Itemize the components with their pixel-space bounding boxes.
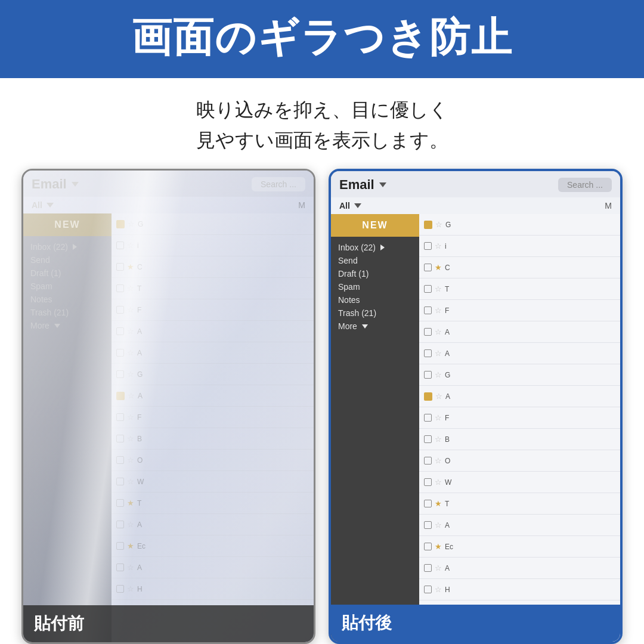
before-sidebar-draft[interactable]: Draft (1) (30, 268, 104, 278)
star-icon: ★ (435, 542, 442, 551)
table-row: ☆F (112, 299, 314, 321)
after-search-box[interactable]: Search ... (558, 178, 612, 192)
after-sidebar-send[interactable]: Send (338, 256, 412, 265)
after-sidebar-inbox[interactable]: Inbox (22) (338, 243, 412, 252)
after-sidebar-trash[interactable]: Trash (21) (338, 308, 412, 318)
after-sidebar-draft[interactable]: Draft (1) (338, 269, 412, 278)
after-sidebar: NEW Inbox (22) Send Draft (1) Spam Notes (331, 214, 419, 642)
after-new-btn[interactable]: NEW (331, 214, 419, 237)
after-dropdown-arrow (379, 182, 386, 187)
after-email-title: Email (339, 177, 386, 193)
subtitle-text: 映り込みを抑え、目に優しく 見やすい画面を表示します。 (196, 95, 448, 156)
star-icon: ☆ (127, 584, 134, 593)
checkbox (424, 543, 432, 550)
before-sidebar-notes[interactable]: Notes (30, 295, 104, 304)
star-icon: ★ (435, 499, 442, 508)
star-icon: ☆ (127, 477, 134, 486)
star-icon: ☆ (127, 370, 134, 379)
table-row: ★T (112, 493, 314, 514)
star-icon: ☆ (435, 564, 442, 572)
checkbox (116, 478, 124, 485)
star-icon: ☆ (127, 284, 134, 293)
table-row: ☆B (419, 429, 620, 450)
checkbox (116, 306, 124, 314)
checkbox (424, 564, 432, 572)
star-icon: ☆ (127, 434, 134, 443)
checkbox (424, 521, 432, 529)
table-row: ☆O (419, 450, 620, 472)
table-row: ☆T (419, 278, 620, 300)
comparison-area: Email Search ... All M (0, 169, 644, 644)
after-card: Email Search ... All M (329, 169, 623, 644)
after-label: 貼付後 (331, 605, 620, 642)
header-title: 画面のギラつき防止 (131, 11, 513, 65)
star-icon: ☆ (128, 219, 135, 228)
star-icon: ☆ (435, 413, 442, 422)
folder-icon (116, 392, 125, 400)
after-sidebar-notes[interactable]: Notes (338, 295, 412, 305)
before-new-btn[interactable]: NEW (23, 213, 112, 236)
table-row: ★C (112, 256, 314, 278)
subtitle-line1: 映り込みを抑え、目に優しく (196, 99, 448, 120)
table-row: ☆B (112, 428, 314, 450)
table-row: ☆i (419, 236, 620, 257)
page-wrapper: 画面のギラつき防止 映り込みを抑え、目に優しく 見やすい画面を表示します。 Em… (0, 0, 644, 644)
before-sidebar-more[interactable]: More (30, 321, 104, 330)
star-icon: ☆ (435, 306, 442, 315)
star-icon: ☆ (127, 563, 134, 572)
after-all-arrow (354, 203, 361, 208)
star-icon: ☆ (435, 456, 442, 465)
before-email-header: Email Search ... (23, 171, 314, 197)
checkbox (424, 349, 432, 357)
after-sidebar-spam[interactable]: Spam (338, 282, 412, 292)
table-row: ☆F (112, 407, 314, 428)
before-search-box[interactable]: Search ... (252, 177, 305, 191)
checkbox (116, 585, 124, 593)
folder-icon (116, 220, 125, 228)
table-row: ☆G (112, 364, 314, 385)
checkbox (116, 499, 124, 507)
table-row: ☆A (112, 342, 314, 364)
table-row: ☆G (419, 214, 620, 236)
table-row: ★Ec (419, 536, 620, 558)
before-sidebar-inbox[interactable]: Inbox (22) (30, 242, 104, 252)
before-tablet-frame: Email Search ... All M (21, 169, 315, 644)
star-icon: ☆ (127, 520, 134, 529)
before-toolbar: All M (23, 197, 314, 213)
star-icon: ☆ (435, 585, 442, 594)
folder-icon (424, 221, 432, 229)
before-sidebar-trash[interactable]: Trash (21) (30, 308, 104, 317)
checkbox (424, 264, 432, 271)
table-row: ☆O (112, 450, 314, 471)
table-row: ☆A (112, 514, 314, 535)
before-email-body: NEW Inbox (22) Send Draft (1) Spam Notes (23, 213, 314, 642)
table-row: ☆A (419, 321, 620, 343)
checkbox (116, 263, 124, 271)
before-dropdown-arrow (72, 182, 79, 187)
before-more-arrow (54, 324, 60, 328)
checkbox (424, 478, 432, 486)
before-all-arrow (47, 203, 54, 208)
table-row: ★Ec (112, 535, 314, 557)
table-row: ☆W (419, 472, 620, 493)
before-m-label: M (298, 200, 305, 210)
subtitle-line2: 見やすい画面を表示します。 (196, 129, 448, 151)
folder-icon (424, 392, 432, 401)
before-sidebar-spam[interactable]: Spam (30, 281, 104, 291)
star-icon: ☆ (435, 284, 442, 293)
star-icon: ☆ (435, 521, 442, 530)
star-icon: ☆ (127, 327, 134, 336)
checkbox (116, 242, 124, 249)
after-sidebar-more[interactable]: More (338, 321, 412, 331)
before-inbox-arrow (73, 244, 77, 250)
checkbox (116, 542, 124, 550)
before-email-app: Email Search ... All M (23, 171, 314, 642)
before-card: Email Search ... All M (21, 169, 315, 644)
subtitle-area: 映り込みを抑え、目に優しく 見やすい画面を表示します。 (196, 78, 448, 169)
checkbox (116, 521, 124, 528)
star-icon: ★ (127, 541, 134, 550)
table-row: ☆T (112, 278, 314, 299)
after-inbox-arrow (380, 244, 385, 250)
before-sidebar-send[interactable]: Send (30, 255, 104, 265)
checkbox (116, 327, 124, 335)
